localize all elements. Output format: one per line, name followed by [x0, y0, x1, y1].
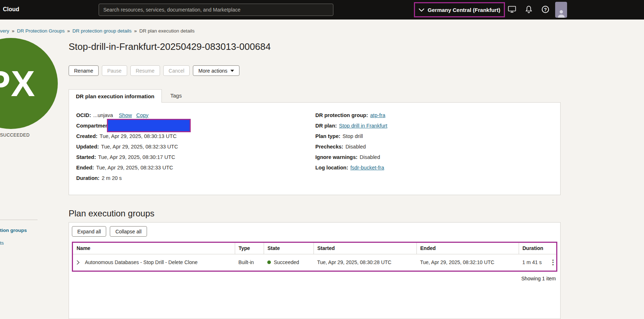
user-avatar[interactable]	[555, 2, 567, 18]
notifications-bell-icon[interactable]	[525, 5, 532, 13]
log-location-link[interactable]: fsdr-bucket-fra	[350, 165, 384, 171]
breadcrumb-link-dr-protection-groups[interactable]: DR Protection Groups	[17, 28, 65, 34]
page-title: Stop-drill-in-Frankfurt-20250429-083013-…	[69, 40, 561, 53]
cloud-shell-monitor-icon[interactable]	[508, 6, 516, 13]
collapse-all-button[interactable]: Collapse all	[110, 226, 147, 237]
started-label: Started:	[76, 154, 96, 160]
ocid-value: ...unjava	[93, 112, 113, 118]
duration-label: Duration:	[76, 175, 99, 181]
table-footer-count: Showing 1 item	[72, 272, 557, 281]
column-header-duration[interactable]: Duration	[519, 243, 546, 254]
duration-value: 2 m 20 s	[101, 175, 122, 181]
column-header-ended[interactable]: Ended	[416, 243, 519, 254]
breadcrumb-separator: »	[67, 28, 70, 34]
help-icon[interactable]: ?	[542, 6, 549, 13]
breadcrumb-link-dr-protection-group-details[interactable]: DR protection group details	[73, 28, 132, 34]
chevron-down-icon	[419, 8, 424, 12]
tab-dr-plan-execution-information[interactable]: DR plan execution information	[69, 89, 162, 103]
region-selector[interactable]: Germany Central (Frankfurt)	[414, 2, 505, 17]
dr-plan-label: DR plan:	[315, 123, 337, 129]
ocid-copy-link[interactable]: Copy	[136, 112, 148, 118]
more-actions-button[interactable]: More actions	[193, 65, 239, 76]
caret-down-icon	[230, 70, 234, 72]
log-location-row: Log location: fsdr-bucket-fra	[315, 162, 560, 173]
dr-plan-link[interactable]: Stop drill in Frankfurt	[339, 123, 388, 129]
table-buttons-row: Expand all Collapse all	[72, 226, 557, 237]
table-header-row: Name Type State Started Ended Duration	[73, 243, 556, 254]
row-state: Succeeded	[274, 259, 299, 265]
compartment-redaction-box	[107, 119, 191, 132]
ignore-warnings-row: Ignore warnings: Disabled	[315, 152, 560, 162]
prechecks-row: Prechecks: Disabled	[315, 141, 560, 152]
dr-plan-execution-information-panel: OCID: ...unjava Show Copy Compartment: C…	[69, 102, 561, 195]
breadcrumb-separator: »	[12, 28, 15, 34]
prechecks-label: Prechecks:	[315, 144, 343, 150]
groups-table-highlight: Name Type State Started Ended Duration	[72, 242, 557, 272]
pause-button: Pause	[102, 65, 127, 76]
row-duration: 1 m 41 s	[519, 254, 546, 271]
search-input[interactable]	[99, 4, 333, 16]
row-ended: Tue, Apr 29, 2025, 08:32:10 UTC	[416, 254, 519, 271]
plan-execution-groups-panel: Expand all Collapse all Name Type State …	[69, 222, 561, 319]
table-row: Autonomous Databases - Stop Drill - Dele…	[73, 254, 556, 271]
sidebar-item-requests[interactable]: ts	[0, 240, 4, 246]
prechecks-value: Disabled	[345, 144, 366, 150]
tab-tags[interactable]: Tags	[162, 89, 191, 102]
row-expand-chevron-icon[interactable]	[77, 260, 79, 265]
row-type: Built-in	[235, 254, 264, 271]
dr-protection-group-row: DR protection group: atp-fra	[315, 110, 560, 120]
plan-type-value: Stop drill	[342, 133, 363, 139]
started-row: Started: Tue, Apr 29, 2025, 08:30:17 UTC	[76, 152, 315, 162]
status-avatar-circle: PX	[0, 38, 58, 129]
row-started: Tue, Apr 29, 2025, 08:30:28 UTC	[314, 254, 416, 271]
breadcrumb-separator: »	[134, 28, 137, 34]
status-initials: PX	[0, 63, 35, 104]
created-label: Created:	[76, 133, 98, 139]
more-actions-label: More actions	[198, 68, 227, 74]
column-header-started[interactable]: Started	[314, 243, 416, 254]
dr-plan-row: DR plan: Stop drill in Frankfurt	[315, 120, 560, 131]
details-right-column: DR protection group: atp-fra DR plan: St…	[315, 110, 560, 195]
plan-execution-groups-table: Name Type State Started Ended Duration	[73, 243, 556, 271]
row-name: Autonomous Databases - Stop Drill - Dele…	[85, 259, 198, 265]
column-header-type[interactable]: Type	[235, 243, 264, 254]
breadcrumb: very » DR Protection Groups » DR protect…	[0, 28, 195, 34]
plan-type-label: Plan type:	[315, 133, 340, 139]
sidebar-divider	[0, 220, 38, 220]
ignore-warnings-label: Ignore warnings:	[315, 154, 358, 160]
ended-row: Ended: Tue, Apr 29, 2025, 08:32:33 UTC	[76, 162, 315, 173]
column-header-name[interactable]: Name	[73, 243, 235, 254]
region-label: Germany Central (Frankfurt)	[428, 7, 500, 13]
topbar: Cloud Germany Central (Frankfurt) ?	[0, 0, 644, 20]
column-header-actions	[546, 243, 556, 254]
updated-value: Tue, Apr 29, 2025, 08:32:33 UTC	[101, 144, 178, 150]
rename-button[interactable]: Rename	[69, 65, 99, 76]
status-succeeded-label: SUCCEEDED	[0, 133, 30, 138]
person-icon	[557, 9, 565, 18]
action-buttons-row: Rename Pause Resume Cancel More actions	[69, 65, 561, 76]
success-dot-icon	[267, 260, 271, 264]
main-content: Stop-drill-in-Frankfurt-20250429-083013-…	[69, 40, 561, 319]
brand-logo: Cloud	[3, 6, 19, 13]
breadcrumb-current: DR plan execution details	[139, 28, 195, 34]
resume-button: Resume	[130, 65, 160, 76]
tabs-row: DR plan execution information Tags	[69, 89, 561, 102]
created-row: Created: Tue, Apr 29, 2025, 08:30:13 UTC	[76, 131, 315, 141]
duration-row: Duration: 2 m 20 s	[76, 173, 315, 183]
breadcrumb-link-recovery[interactable]: very	[0, 28, 9, 34]
updated-label: Updated:	[76, 144, 99, 150]
updated-row: Updated: Tue, Apr 29, 2025, 08:32:33 UTC	[76, 141, 315, 152]
column-header-state[interactable]: State	[264, 243, 314, 254]
dr-protection-group-link[interactable]: atp-fra	[370, 112, 385, 118]
ended-value: Tue, Apr 29, 2025, 08:32:33 UTC	[96, 165, 173, 171]
started-value: Tue, Apr 29, 2025, 08:30:17 UTC	[98, 154, 175, 160]
expand-all-button[interactable]: Expand all	[72, 226, 106, 237]
ocid-show-link[interactable]: Show	[119, 112, 132, 118]
ocid-label: OCID:	[76, 112, 91, 118]
created-value: Tue, Apr 29, 2025, 08:30:13 UTC	[100, 133, 177, 139]
ignore-warnings-value: Disabled	[360, 154, 380, 160]
kebab-menu-icon[interactable]: ⋮	[546, 254, 556, 271]
ended-label: Ended:	[76, 165, 94, 171]
sidebar-item-protection-groups[interactable]: tion groups	[0, 228, 27, 233]
plan-execution-groups-heading: Plan execution groups	[69, 208, 561, 219]
